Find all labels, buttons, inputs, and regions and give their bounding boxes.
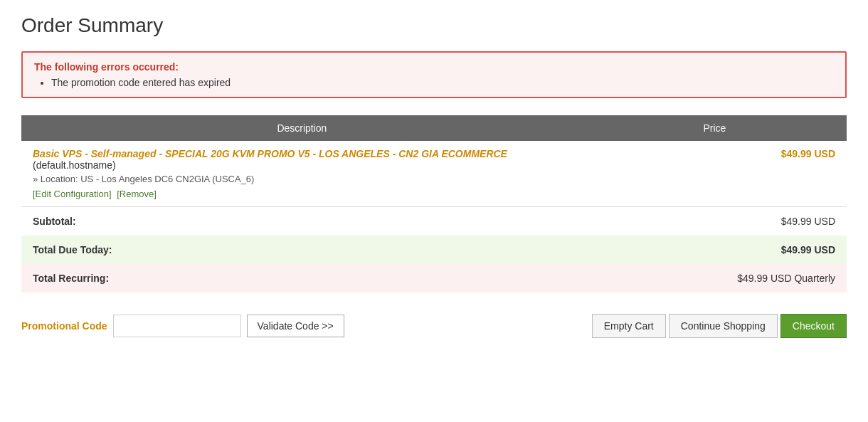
bottom-section: Promotional Code Validate Code >> Empty … [21, 307, 847, 338]
product-hostname: (default.hostname) [33, 159, 116, 171]
total-due-row: Total Due Today: $49.99 USD [21, 236, 847, 264]
subtotal-row: Subtotal: $49.99 USD [21, 207, 847, 236]
checkout-button[interactable]: Checkout [780, 314, 847, 338]
product-location: » Location: US - Los Angeles DC6 CN2GIA … [33, 174, 571, 184]
product-title-line: Basic VPS - Self-managed - SPECIAL 20G K… [33, 148, 571, 171]
remove-link[interactable]: [Remove] [117, 189, 157, 199]
promo-label: Promotional Code [21, 320, 107, 332]
product-row: Basic VPS - Self-managed - SPECIAL 20G K… [21, 141, 847, 207]
error-list: The promotion code entered has expired [34, 77, 834, 88]
order-table: Description Price Basic VPS - Self-manag… [21, 115, 847, 292]
recurring-row: Total Recurring: $49.99 USD Quarterly [21, 264, 847, 292]
product-links[interactable]: [Edit Configuration] [Remove] [33, 189, 571, 199]
validate-code-button[interactable]: Validate Code >> [247, 315, 344, 337]
continue-shopping-button[interactable]: Continue Shopping [669, 314, 778, 338]
product-title-bold: Basic VPS - Self-managed [33, 148, 157, 159]
error-box: The following errors occurred: The promo… [21, 51, 847, 98]
total-due-label: Total Due Today: [21, 236, 583, 264]
subtotal-amount: $49.99 USD [583, 207, 847, 236]
error-title: The following errors occurred: [34, 61, 834, 73]
product-price-cell: $49.99 USD [583, 141, 847, 207]
recurring-amount: $49.99 USD Quarterly [583, 264, 847, 292]
action-buttons: Empty Cart Continue Shopping Checkout [592, 314, 847, 338]
product-price: $49.99 USD [781, 148, 835, 159]
page-title: Order Summary [21, 14, 847, 37]
product-title-extra: - SPECIAL 20G KVM PROMO V5 - LOS ANGELES… [157, 148, 507, 159]
total-due-amount: $49.99 USD [583, 236, 847, 264]
promo-input[interactable] [113, 315, 241, 337]
empty-cart-button[interactable]: Empty Cart [592, 314, 666, 338]
product-description-cell: Basic VPS - Self-managed - SPECIAL 20G K… [21, 141, 583, 207]
subtotal-label: Subtotal: [21, 207, 583, 236]
col-header-price: Price [583, 115, 847, 141]
promo-section: Promotional Code Validate Code >> [21, 315, 344, 337]
recurring-label: Total Recurring: [21, 264, 583, 292]
edit-configuration-link[interactable]: [Edit Configuration] [33, 189, 112, 199]
error-item: The promotion code entered has expired [51, 77, 834, 88]
col-header-description: Description [21, 115, 583, 141]
